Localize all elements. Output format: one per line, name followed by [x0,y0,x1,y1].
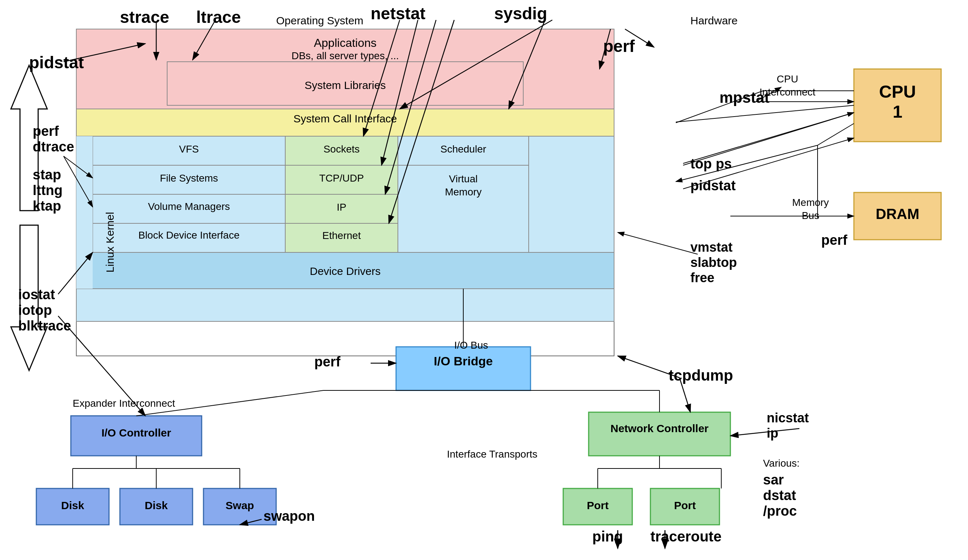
interface-transports-label: Interface Transports [447,449,537,460]
sockets-label: Sockets [285,144,398,155]
drivers-label: Device Drivers [76,265,614,278]
strace-label: strace [120,7,169,27]
applications-sub-label: DBs, all server types, ... [76,50,614,62]
ltrace-label: ltrace [196,7,241,27]
fs-label: File Systems [93,172,285,184]
disk1-label: Disk [36,499,109,512]
expander-label: Expander Interconnect [73,398,175,409]
ethernet-label: Ethernet [285,230,398,241]
port1-label: Port [563,499,632,512]
applications-label: Applications [76,36,614,50]
perf-io-label: perf [314,354,340,370]
net-controller-label: Network Controller [588,422,730,435]
svg-line-64 [64,156,93,178]
pidstat-top-label: pidstat [29,53,84,72]
svg-line-61 [683,112,854,164]
svg-line-58 [400,20,552,109]
io-bus-label: I/O Bus [454,340,488,351]
io-bridge-label: I/O Bridge [396,354,530,368]
svg-rect-21 [396,347,530,390]
sysdig-label: sysdig [494,3,547,23]
ping-label: ping [592,529,623,545]
iostat-label: iostatiotopblktrace [18,287,71,334]
vmstat-slabtop-free-label: vmstatslabtopfree [690,240,737,286]
linux-kernel-label: Linux Kernel [104,212,116,273]
io-controller-label: I/O Controller [71,427,202,439]
vfs-label: VFS [93,144,285,155]
perf-dtrace-label: perfdtrace [33,124,74,155]
syscall-label: System Call Interface [76,112,614,125]
swapon-label: swapon [264,509,315,524]
scheduler-label: Scheduler [398,144,529,155]
ip-label: IP [285,202,398,213]
disk2-label: Disk [120,499,192,512]
memory-bus-label: MemoryBus [792,196,829,223]
pidstat-mid-label: pidstat [690,178,736,193]
cpu-interconnect-label: CPUInterconnect [759,73,816,99]
sar-dstat-proc-label: sardstat/proc [763,472,797,519]
bdi-label: Block Device Interface [93,230,285,241]
svg-line-34 [817,124,854,145]
cpu-box-label: CPU1 [854,82,941,122]
hardware-label: Hardware [690,15,738,27]
svg-line-57 [509,20,545,109]
nicstat-ip-label: nicstatip [767,410,809,441]
various-label: Various: [763,458,800,469]
stap-lttng-ktap-label: staplttngktap [33,167,63,214]
svg-line-29 [676,105,854,122]
perf-mem-label: perf [821,233,847,248]
svg-line-69 [618,233,698,254]
svg-line-65 [64,156,93,207]
port2-label: Port [650,499,719,512]
tcpudp-label: TCP/UDP [285,172,398,184]
netstat-label: netstat [371,3,426,23]
traceroute-label: traceroute [650,529,722,545]
sys-libraries-label: System Libraries [167,79,523,91]
svg-rect-2 [76,29,614,356]
dram-label: DRAM [854,206,941,222]
virtual-memory-label: VirtualMemory [398,172,529,199]
svg-rect-6 [76,136,614,321]
tcpdump-label: tcpdump [669,367,733,384]
os-label: Operating System [276,15,363,27]
svg-line-73 [240,519,262,525]
diagram-container: strace ltrace Operating System netstat s… [0,0,968,560]
top-ps-label: top ps [690,156,732,172]
vm-label: Volume Managers [93,201,285,213]
